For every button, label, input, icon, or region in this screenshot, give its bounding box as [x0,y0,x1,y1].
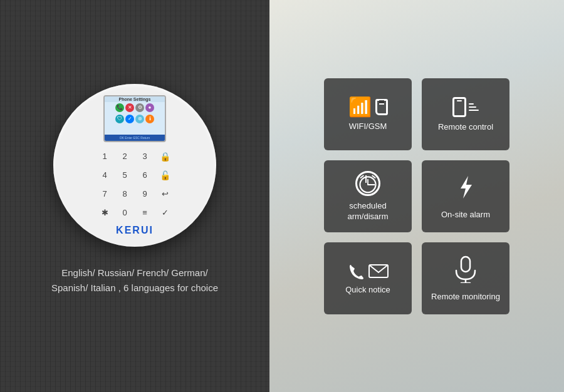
clock-icon-svg [355,171,380,196]
lightning-icon [452,173,479,205]
key-2[interactable]: 2 [116,148,133,165]
envelope-icon [368,264,389,279]
key-menu[interactable]: ≡ [136,205,154,221]
screen-title: Phone Settings [105,96,165,102]
screen-icons-row2: 🛡 ✓ ⊛ ℹ [114,113,155,125]
wifi-gsm-label: WIFI/GSM [349,121,387,132]
key-8[interactable]: 8 [116,186,133,202]
key-6[interactable]: 6 [136,167,154,183]
key-4[interactable]: 4 [96,167,113,183]
screen-bottom-bar: OK Enter ESC Return [105,135,165,141]
screen-icon-close: ✕ [125,103,134,112]
key-0[interactable]: 0 [116,205,133,221]
key-unlock[interactable]: 🔓 [156,167,174,183]
device-image: Phone Settings 📞 ✕ ⚙ ● 🛡 ✓ ⊛ ℹ OK Enter … [53,84,216,247]
brand-label: KERUI [116,225,154,236]
key-5[interactable]: 5 [116,167,133,183]
key-1[interactable]: 1 [96,148,113,165]
svg-rect-7 [461,257,470,272]
remote-control-icon [452,97,479,117]
feature-onsite-alarm: On-site alarm [422,160,509,232]
key-back[interactable]: ↩ [156,186,174,202]
keypad: 1 2 3 🔒 4 5 6 🔓 7 8 9 ↩ ✱ 0 ≡ ✓ [96,148,174,221]
phone-handset-icon [347,262,365,280]
features-grid: 📶 WIFI/GSM Remote control [324,78,509,314]
screen-icon-gear: ⚙ [135,103,144,112]
left-panel: Phone Settings 📞 ✕ ⚙ ● 🛡 ✓ ⊛ ℹ OK Enter … [0,0,269,392]
wifi-symbol: 📶 [348,98,372,116]
sim-card-icon [375,99,388,115]
phone-body-icon [452,97,466,117]
svg-marker-5 [461,176,472,199]
screen-icon-phone: 📞 [115,103,124,112]
screen-icons-row1: 📞 ✕ ⚙ ● [114,102,155,113]
scheduled-icon [355,171,380,196]
key-star[interactable]: ✱ [96,205,113,221]
screen-icon-circle: ● [145,103,154,112]
device-screen: Phone Settings 📞 ✕ ⚙ ● 🛡 ✓ ⊛ ℹ OK Enter … [103,95,166,142]
svg-line-4 [372,176,375,178]
onsite-alarm-label: On-site alarm [441,210,490,220]
language-text: English/ Russian/ French/ German/ Spanis… [33,266,237,296]
key-7[interactable]: 7 [96,186,113,202]
feature-scheduled: scheduled arm/disarm [324,160,412,232]
screen-icon-info: ℹ [145,115,154,123]
scheduled-label: scheduled arm/disarm [329,201,407,222]
remote-monitoring-label: Remote monitoring [431,292,500,302]
screen-icon-shield: 🛡 [115,115,124,123]
svg-line-3 [360,176,363,178]
feature-remote-control: Remote control [422,78,509,150]
screen-icon-check: ✓ [125,115,134,123]
microphone-icon [454,255,478,287]
sound-waves-icon [469,103,479,111]
quick-notice-label: Quick notice [345,285,390,296]
quick-notice-icon [347,262,389,280]
key-3[interactable]: 3 [136,148,154,165]
wifi-gsm-icon: 📶 [348,98,388,116]
screen-icon-wifi: ⊛ [135,115,144,123]
key-lock[interactable]: 🔒 [156,148,174,165]
right-panel: 📶 WIFI/GSM Remote control [269,0,564,392]
feature-remote-monitoring: Remote monitoring [422,242,509,314]
feature-wifi-gsm: 📶 WIFI/GSM [324,78,412,150]
remote-control-label: Remote control [438,122,493,133]
key-9[interactable]: 9 [136,186,154,202]
feature-quick-notice: Quick notice [324,242,412,314]
key-check[interactable]: ✓ [156,205,174,221]
